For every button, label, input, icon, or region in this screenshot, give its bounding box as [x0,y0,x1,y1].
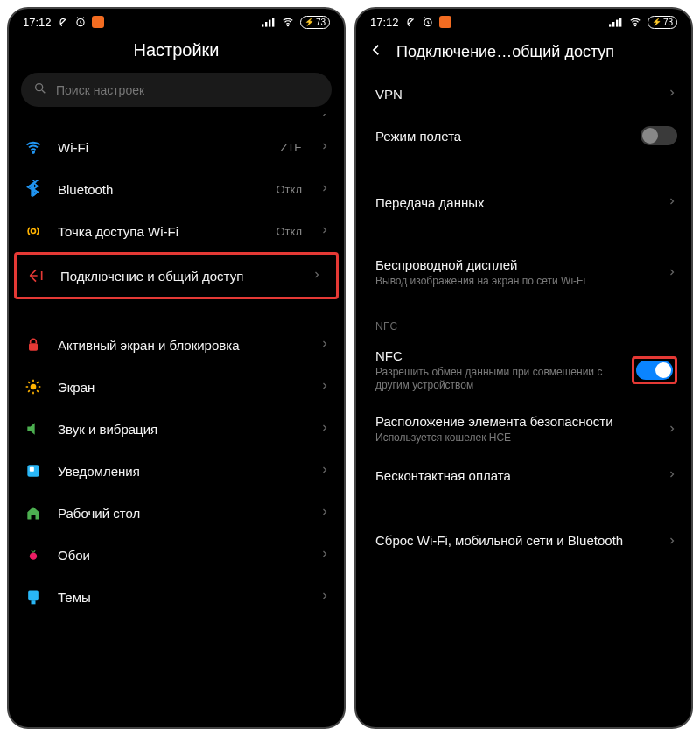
highlight-nfc-toggle [632,356,677,384]
battery-indicator: ⚡73 [300,16,330,29]
row-wireless-display[interactable]: Беспроводной дисплей Вывод изображения н… [356,247,691,299]
toggle-airplane[interactable] [640,126,677,145]
row-label: VPN [375,87,653,102]
signal-icon [609,17,623,27]
chevron-right-icon [667,422,677,438]
svg-point-6 [36,84,43,91]
wifi-icon [281,16,295,28]
chevron-right-icon [319,379,330,395]
alarm-icon [74,16,87,28]
chevron-right-icon [319,463,330,479]
svg-rect-10 [29,343,38,350]
chevron-right-icon [319,139,330,155]
search-input[interactable]: Поиск настроек [21,73,332,107]
chevron-right-icon [312,268,322,284]
svg-point-14 [30,553,37,560]
row-lockscreen[interactable]: Активный экран и блокировка [9,324,344,366]
status-time: 17:12 [370,16,399,29]
chevron-right-icon [319,181,330,197]
toggle-nfc[interactable] [636,361,673,380]
row-value: Откл [276,225,303,238]
svg-point-9 [32,229,36,234]
dnd-icon [57,16,69,28]
row-display[interactable]: Экран [9,366,344,408]
svg-rect-15 [28,591,38,601]
row-data-transfer[interactable]: Передача данных [356,182,691,222]
row-label: Рабочий стол [58,506,305,521]
hotspot-icon [24,222,42,240]
row-hotspot[interactable]: Точка доступа Wi-Fi Откл [9,210,344,252]
home-icon [24,504,42,522]
svg-rect-18 [609,24,611,26]
alarm-icon [422,16,434,28]
row-connection-sharing[interactable]: Подключение и общий доступ [17,255,336,297]
row-bluetooth[interactable]: Bluetooth Откл [9,168,344,210]
row-subtitle: Вывод изображения на экран по сети Wi-Fi [375,275,653,289]
row-label: Экран [58,380,305,395]
svg-point-11 [31,384,37,390]
svg-rect-1 [262,24,263,26]
chevron-right-icon [319,114,330,122]
search-placeholder: Поиск настроек [56,83,144,97]
row-secure-element[interactable]: Расположение элемента безопасности Испол… [356,403,691,456]
wallpaper-icon [24,546,42,564]
bluetooth-icon [24,180,42,198]
chevron-right-icon [667,467,677,483]
row-sim-truncated[interactable] [9,114,344,126]
row-label: Режим полета [375,129,626,144]
svg-rect-3 [269,20,270,27]
chevron-right-icon [667,265,677,281]
chevron-right-icon [319,337,330,353]
back-button[interactable] [368,42,384,61]
svg-rect-21 [620,18,621,26]
row-subtitle: Разрешить обмен данными при совмещении с… [375,366,618,393]
row-label: Bluetooth [58,182,262,197]
row-reset-network[interactable]: Сброс Wi-Fi, мобильной сети и Bluetooth [356,520,691,562]
settings-list: Wi-Fi ZTE Bluetooth Откл Точка доступа W… [9,114,344,727]
row-sound[interactable]: Звук и вибрация [9,408,344,450]
page-title: Настройки [9,32,344,73]
chevron-right-icon [667,86,677,102]
app-badge-icon [439,16,452,28]
row-label: Подключение и общий доступ [60,269,298,284]
row-label: Сброс Wi-Fi, мобильной сети и Bluetooth [375,532,653,550]
status-bar: 17:12 ⚡73 [9,9,344,32]
phone-settings: 17:12 ⚡73 Настройки Поиск настрое [7,7,346,729]
sound-icon [24,420,42,438]
share-icon [27,267,45,284]
row-vpn[interactable]: VPN [356,74,691,114]
row-wallpaper[interactable]: Обои [9,534,344,576]
highlight-connection-sharing: Подключение и общий доступ [14,252,339,299]
row-label: Передача данных [375,195,653,210]
dnd-icon [404,16,416,28]
row-nfc[interactable]: NFC Разрешить обмен данными при совмещен… [356,338,691,403]
status-bar: 17:12 ⚡73 [356,9,691,32]
phone-connection-sharing: 17:12 ⚡73 Подключение…общий доступ [354,7,693,729]
row-label: Звук и вибрация [58,422,305,437]
row-desktop[interactable]: Рабочий стол [9,492,344,534]
row-label: Расположение элемента безопасности [375,414,653,429]
row-label: NFC [375,348,618,363]
row-label: Уведомления [58,464,305,479]
row-contactless-pay[interactable]: Бесконтактная оплата [356,455,691,495]
brightness-icon [24,378,42,396]
search-icon [33,81,47,98]
row-label: Обои [58,548,305,563]
chevron-right-icon [319,547,330,563]
row-wifi[interactable]: Wi-Fi ZTE [9,126,344,168]
row-themes[interactable]: Темы [9,576,344,618]
svg-rect-16 [32,600,36,604]
section-label-nfc: NFC [356,299,691,338]
page-header: Подключение…общий доступ [356,32,691,74]
row-label: Бесконтактная оплата [375,468,653,483]
row-notifications[interactable]: Уведомления [9,450,344,492]
svg-point-5 [287,25,288,25]
wifi-icon [628,16,642,28]
row-value: ZTE [280,141,302,154]
svg-rect-20 [616,20,618,27]
row-label: Беспроводной дисплей [375,257,653,272]
row-label: Точка доступа Wi-Fi [58,224,262,239]
row-airplane[interactable]: Режим полета [356,114,691,158]
row-label: Темы [58,590,305,605]
chevron-right-icon [319,421,330,437]
